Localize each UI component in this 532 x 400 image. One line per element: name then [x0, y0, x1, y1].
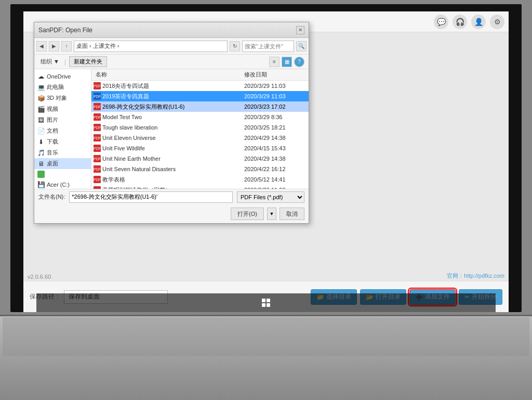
file-row-5[interactable]: PDFUnit Eleven Universe 2020/4/29 14:38 [91, 133, 309, 143]
file-list-header: 名称 修改日期 [91, 69, 309, 81]
pdf-icon: PDF [94, 82, 101, 89]
file-row-4[interactable]: PDFTough slave liberation 2020/3/25 18:2… [91, 122, 309, 133]
search-button[interactable]: 🔍 [296, 41, 307, 51]
nav-video-label: 视频 [47, 105, 58, 113]
open-button[interactable]: 打开(O) [231, 208, 264, 220]
video-icon: 🎬 [37, 106, 45, 113]
nav-onedrive-label: OneDrive [47, 73, 71, 80]
header-date: 修改日期 [244, 71, 307, 79]
file-date-7: 2020/4/29 14:38 [244, 156, 307, 162]
file-row-1[interactable]: PDF2019英语专四真题 2020/3/29 11:03 [91, 91, 309, 101]
file-date-4: 2020/3/25 18:21 [244, 124, 307, 131]
help-icon[interactable]: ? [294, 57, 304, 67]
new-folder-button[interactable]: 新建文件夹 [69, 56, 107, 67]
music-icon: 🎵 [37, 149, 45, 157]
nav-app-item[interactable] [34, 169, 91, 179]
nav-downloads-label: 下载 [47, 138, 58, 146]
dialog-titlebar: SanPDF: Open File ✕ [34, 22, 309, 38]
up-button[interactable]: ↑ [61, 41, 72, 51]
view-details-icon[interactable]: ▦ [282, 57, 292, 67]
docs-icon: 📄 [37, 127, 45, 135]
pdf-icon-8: PDF [94, 165, 101, 173]
file-name-0: 2018央语专四试题 [102, 82, 149, 90]
filename-input[interactable] [69, 191, 233, 203]
file-date-1: 2020/3/29 11:03 [244, 93, 307, 99]
app-window: 💬 🎧 👤 ⚙ [23, 11, 509, 312]
nav-thispc-label: 此电脑 [47, 83, 64, 91]
dialog-title: SanPDF: Open File [38, 27, 92, 34]
cancel-button[interactable]: 取消 [280, 208, 304, 220]
organize-button[interactable]: 组织 ▼ [38, 57, 61, 67]
file-row-7[interactable]: PDFUnit Nine Earth Mother 2020/4/29 14:3… [91, 153, 309, 164]
nav-music[interactable]: 🎵 音乐 [34, 147, 91, 158]
dialog-toolbar: 组织 ▼ | 新建文件夹 ≡ ▦ ? [34, 55, 309, 69]
taskbar [36, 293, 496, 312]
pdf-icon-1: PDF [94, 93, 101, 100]
file-row-6[interactable]: PDFUnit Five Wildlife 2020/4/15 15:43 [91, 143, 309, 153]
file-row-8[interactable]: PDFUnit Seven Natural Disasters 2020/4/2… [91, 164, 309, 174]
nav-desktop-label: 桌面 [47, 160, 58, 167]
toolbar-right: ≡ ▦ ? [269, 57, 304, 67]
nav-3d-label: 3D 对象 [47, 94, 67, 102]
file-name-7: Unit Nine Earth Mother [102, 156, 161, 162]
nav-desktop[interactable]: 🖥 桌面 [34, 158, 91, 169]
toolbar-left: 组织 ▼ | 新建文件夹 [38, 56, 107, 67]
dialog-body: ☁ OneDrive 💻 此电脑 📦 3D 对象 [34, 69, 309, 189]
pdf-icon-9: PDF [94, 176, 101, 183]
file-name-9: 教学表格 [102, 176, 125, 184]
windows-logo [262, 299, 270, 307]
back-button[interactable]: ◀ [36, 41, 47, 51]
downloads-icon: ⬇ [37, 138, 45, 146]
nav-onedrive[interactable]: ☁ OneDrive [34, 71, 91, 82]
filetype-select[interactable]: PDF Files (*.pdf) [237, 191, 304, 203]
laptop-screen-frame: 💬 🎧 👤 ⚙ [0, 0, 532, 317]
app-icon [37, 171, 45, 178]
action-bar: 打开(O) ▼ 取消 [34, 204, 309, 223]
file-name-1: 2019英语专四真题 [102, 93, 149, 100]
pdf-icon-4: PDF [94, 124, 101, 131]
pdf-icon-5: PDF [94, 134, 101, 141]
start-button[interactable] [258, 296, 274, 309]
refresh-button[interactable]: ↻ [230, 41, 240, 51]
screen-inner: 💬 🎧 👤 ⚙ [23, 11, 509, 312]
laptop-base: acer [0, 316, 532, 400]
nav-docs-label: 文档 [47, 127, 58, 135]
forward-button[interactable]: ▶ [49, 41, 59, 51]
thispc-icon: 💻 [37, 84, 45, 91]
nav-3d[interactable]: 📦 3D 对象 [34, 93, 91, 104]
screen-bezel: 💬 🎧 👤 ⚙ [10, 4, 522, 312]
file-row-9[interactable]: PDF教学表格 2020/5/12 14:41 [91, 174, 309, 185]
keyboard-area [3, 317, 529, 356]
left-nav: ☁ OneDrive 💻 此电脑 📦 3D 对象 [34, 69, 91, 189]
pdf-icon-3: PDF [94, 113, 101, 121]
file-row-10[interactable]: PDF美英报刊阅读教程（完整） 2020/3/29 11:03 [91, 185, 309, 189]
file-name-6: Unit Five Wildlife [102, 145, 145, 151]
file-name-8: Unit Seven Natural Disasters [102, 166, 176, 172]
search-input[interactable] [242, 41, 294, 52]
nav-video[interactable]: 🎬 视频 [34, 104, 91, 114]
open-dropdown[interactable]: ▼ [267, 208, 276, 220]
dialog-close-button[interactable]: ✕ [296, 26, 304, 34]
file-name-5: Unit Eleven Universe [102, 135, 156, 141]
pdf-icon-7: PDF [94, 155, 101, 162]
nav-docs[interactable]: 📄 文档 [34, 125, 91, 136]
file-row-0[interactable]: PDF2018央语专四试题 2020/3/29 11:03 [91, 81, 309, 91]
nav-thispc[interactable]: 💻 此电脑 [34, 82, 91, 93]
file-row-3[interactable]: PDFModel Test Two 2020/3/29 8:36 [91, 112, 309, 122]
breadcrumb[interactable]: 桌面 › 上课文件 › [74, 41, 228, 52]
nav-pictures[interactable]: 🖼 图片 [34, 114, 91, 125]
desktop-icon: 🖥 [37, 160, 45, 167]
nav-acerc[interactable]: 💾 Acer (C:) [34, 179, 91, 189]
file-date-9: 2020/5/12 14:41 [244, 176, 307, 183]
view-list-icon[interactable]: ≡ [269, 57, 280, 67]
nav-downloads[interactable]: ⬇ 下载 [34, 136, 91, 147]
filename-bar: 文件名(N): PDF Files (*.pdf) [34, 189, 309, 204]
file-date-8: 2020/4/22 16:12 [244, 166, 307, 172]
nav-music-label: 音乐 [47, 149, 58, 157]
header-name: 名称 [94, 71, 244, 79]
file-list-area: 名称 修改日期 PDF2018央语专四试题 2020/3/29 11:03 PD… [91, 69, 309, 189]
file-date-6: 2020/4/15 15:43 [244, 145, 307, 151]
file-row-2[interactable]: PDF2698-跨文化交际实用教程(U1-6) 2020/3/23 17:02 [91, 101, 309, 112]
file-name-3: Model Test Two [102, 114, 142, 120]
pdf-icon-10: PDF [94, 186, 101, 189]
